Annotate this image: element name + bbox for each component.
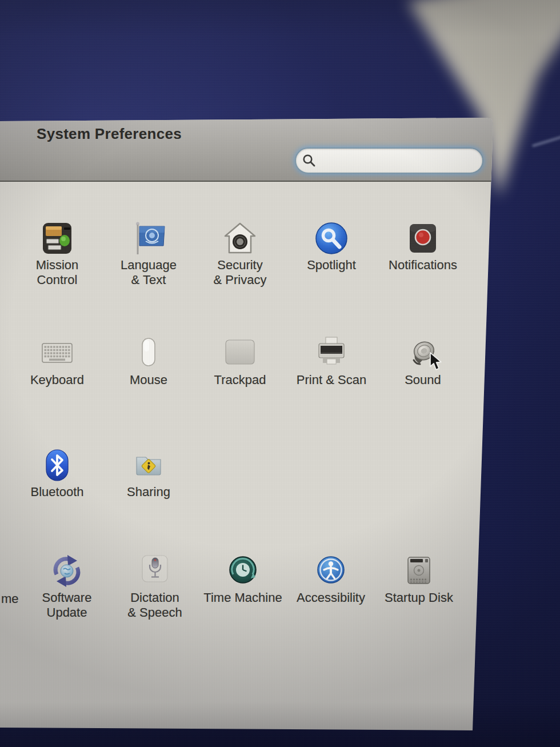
trackpad-icon [222,335,258,371]
mouse-cursor [429,352,444,371]
spotlight-magnifier-icon [313,220,350,257]
pref-item-startup-disk[interactable]: Startup Disk [375,553,463,621]
pref-item-software-update[interactable]: Software Update [23,553,111,621]
pref-item-keyboard[interactable]: Keyboard [11,335,103,388]
pref-item-label: Notifications [389,258,457,273]
pref-item-accessibility[interactable]: Accessibility [287,553,375,621]
pref-item-sound[interactable]: Sound [377,335,469,388]
pref-item-bluetooth[interactable]: Bluetooth [11,447,103,500]
photographed-screen: System Preferences [0,0,560,747]
pref-item-label: Sharing [127,485,170,500]
pref-item-label: Sound [405,373,441,388]
prefs-row-hardware: Keyboard Mouse Trackpad [0,335,469,388]
mission-control-icon [39,220,75,257]
pref-item-trackpad[interactable]: Trackpad [194,335,286,388]
pref-item-label: Trackpad [214,373,266,388]
system-preferences-window: System Preferences [0,117,497,732]
pref-item-time-machine[interactable]: Time Machine [199,553,287,621]
prefs-row-internet-wireless: Bluetooth Sharing [0,447,194,500]
search-input[interactable] [317,154,477,168]
software-update-icon [49,553,85,589]
keyboard-icon [39,335,75,371]
pref-item-label: Mouse [130,373,167,388]
pref-item-print-scan[interactable]: Print & Scan [286,335,377,388]
notifications-icon [405,220,441,257]
pref-item-label: Language & Text [121,258,177,288]
mouse-icon [130,335,167,371]
pref-item-label: Software Update [42,590,92,621]
pref-item-label: Accessibility [297,590,365,605]
prefs-row-system: Software Update Dictation & Speech [0,553,463,621]
pref-item-label: Spotlight [307,258,356,273]
pref-item-dictation-speech[interactable]: Dictation & Speech [111,553,199,621]
accessibility-icon [313,553,349,589]
language-text-flag-icon [130,220,167,257]
sharing-folder-icon [130,447,167,484]
pref-item-mission-control[interactable]: Mission Control [11,220,103,288]
pref-item-label: Security & Privacy [214,258,267,288]
pref-item-security-privacy[interactable]: Security & Privacy [194,220,286,288]
pref-item-mouse[interactable]: Mouse [103,335,194,388]
pref-item-notifications[interactable]: Notifications [377,220,469,288]
pref-item-label: Bluetooth [31,485,84,500]
pref-item-language-text[interactable]: Language & Text [103,220,194,288]
magnifier-icon [302,153,317,168]
security-privacy-house-lock-icon [222,220,258,257]
pref-item-label: Dictation & Speech [127,590,182,621]
startup-disk-icon [401,553,437,589]
printer-icon [313,335,350,371]
window-title: System Preferences [37,125,182,143]
time-machine-icon [225,553,261,589]
pref-item-label: Keyboard [30,373,84,388]
pref-item-label: Print & Scan [297,373,366,388]
microphone-icon [137,553,173,589]
pref-item-label: Startup Disk [385,590,453,605]
pref-item-sharing[interactable]: Sharing [103,447,194,500]
bluetooth-icon [39,447,75,484]
pref-item-spotlight[interactable]: Spotlight [286,220,377,288]
prefs-row-personal: Mission Control Language & Text [0,220,469,288]
titlebar: System Preferences [0,117,497,182]
pref-item-label: Mission Control [36,258,79,288]
pref-item-label: Time Machine [203,590,282,605]
search-field[interactable] [295,147,483,174]
